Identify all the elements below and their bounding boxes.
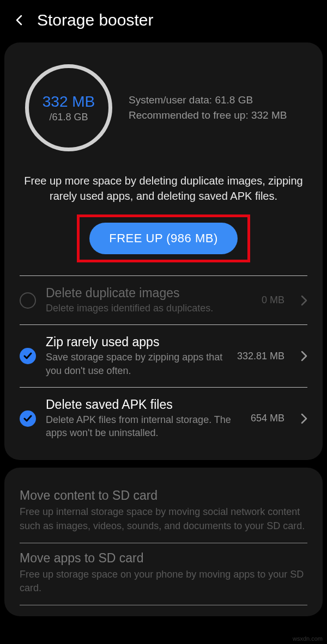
sd-title: Move content to SD card xyxy=(20,488,307,503)
storage-card: 332 MB /61.8 GB System/user data: 61.8 G… xyxy=(4,42,323,460)
option-size: 332.81 MB xyxy=(237,351,284,362)
chevron-right-icon xyxy=(301,351,307,361)
sd-move-apps[interactable]: Move apps to SD card Free up storage spa… xyxy=(20,543,307,605)
option-title: Delete duplicate images xyxy=(46,286,252,300)
chevron-right-icon xyxy=(301,295,307,306)
divider xyxy=(20,605,307,605)
option-size: 654 MB xyxy=(251,413,284,424)
check-icon xyxy=(23,414,33,424)
chevron-right-icon xyxy=(301,413,307,424)
checkbox-unchecked[interactable] xyxy=(20,292,36,309)
sd-sub: Free up internal storage space by moving… xyxy=(20,505,307,532)
option-body: Delete duplicate images Delete images id… xyxy=(46,286,252,315)
description-text: Free up more space by deleting duplicate… xyxy=(20,168,307,214)
option-body: Delete saved APK files Delete APK files … xyxy=(46,397,241,440)
recommended-line: Recommended to free up: 332 MB xyxy=(129,108,287,123)
option-title: Delete saved APK files xyxy=(46,397,241,412)
option-size: 0 MB xyxy=(262,295,284,306)
gauge-info: System/user data: 61.8 GB Recommended to… xyxy=(129,93,287,122)
system-data-line: System/user data: 61.8 GB xyxy=(129,93,287,108)
page-title: Storage booster xyxy=(37,11,153,29)
option-sub: Delete APK files from internal storage. … xyxy=(46,413,241,440)
option-delete-duplicates[interactable]: Delete duplicate images Delete images id… xyxy=(20,276,307,324)
option-sub: Delete images identified as duplicates. xyxy=(46,302,252,315)
sd-sub: Free up storage space on your phone by m… xyxy=(20,568,307,595)
back-icon[interactable] xyxy=(13,14,26,27)
sd-move-content[interactable]: Move content to SD card Free up internal… xyxy=(20,481,307,542)
gauge-total: /61.8 GB xyxy=(49,112,88,123)
option-body: Zip rarely used apps Save storage space … xyxy=(46,335,227,377)
option-zip-apps[interactable]: Zip rarely used apps Save storage space … xyxy=(20,325,307,387)
watermark: wsxdn.com xyxy=(293,635,323,642)
option-title: Zip rarely used apps xyxy=(46,335,227,349)
option-sub: Save storage space by zipping apps that … xyxy=(46,351,227,377)
checkbox-checked[interactable] xyxy=(20,410,36,427)
highlight-box: FREE UP (986 MB) xyxy=(77,214,250,262)
gauge-row: 332 MB /61.8 GB System/user data: 61.8 G… xyxy=(20,59,307,168)
gauge-used: 332 MB xyxy=(43,93,95,111)
sd-card-section: Move content to SD card Free up internal… xyxy=(4,468,323,616)
free-up-button[interactable]: FREE UP (986 MB) xyxy=(89,223,238,254)
header: Storage booster xyxy=(0,0,327,38)
option-delete-apk[interactable]: Delete saved APK files Delete APK files … xyxy=(20,388,307,450)
checkbox-checked[interactable] xyxy=(20,348,36,364)
storage-gauge: 332 MB /61.8 GB xyxy=(25,64,112,151)
sd-title: Move apps to SD card xyxy=(20,551,307,566)
check-icon xyxy=(23,351,33,361)
